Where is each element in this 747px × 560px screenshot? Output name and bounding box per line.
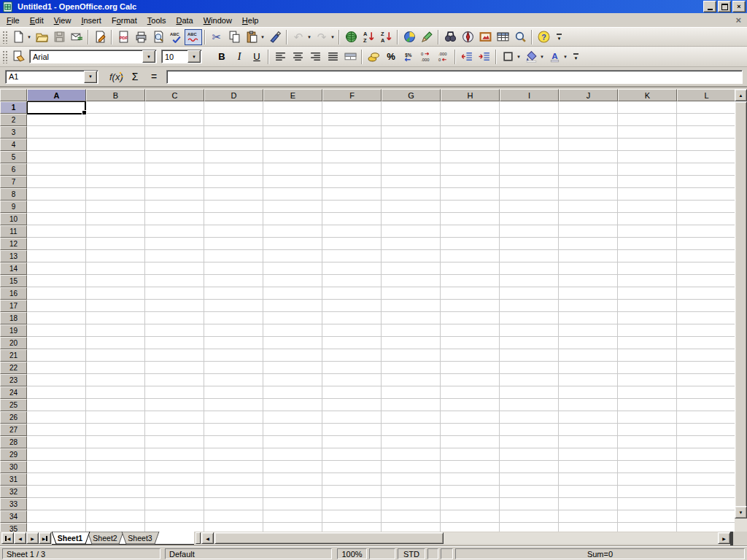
format-paintbrush-button[interactable] — [266, 29, 284, 45]
font-color-button[interactable]: A — [546, 49, 563, 65]
name-box-dropdown[interactable]: ▼ — [84, 71, 97, 83]
row-header-7[interactable]: 7 — [0, 176, 27, 188]
merge-cells-button[interactable] — [341, 49, 359, 65]
row-header-15[interactable]: 15 — [0, 275, 27, 287]
redo-button[interactable]: ↷ — [313, 29, 330, 45]
edit-file-button[interactable] — [91, 29, 109, 45]
show-draw-functions-button[interactable] — [418, 29, 436, 45]
column-header-h[interactable]: H — [441, 89, 500, 101]
row-header-6[interactable]: 6 — [0, 163, 27, 176]
row-header-20[interactable]: 20 — [0, 337, 27, 349]
print-button[interactable] — [132, 29, 150, 45]
horizontal-scrollbar-thumb[interactable] — [214, 532, 444, 544]
minimize-button[interactable] — [703, 1, 716, 12]
row-header-2[interactable]: 2 — [0, 114, 27, 126]
column-header-c[interactable]: C — [145, 89, 204, 101]
menu-window[interactable]: Window — [198, 14, 237, 27]
row-header-26[interactable]: 26 — [0, 411, 27, 424]
font-name-combobox[interactable]: Arial ▼ — [29, 50, 157, 63]
scroll-right-button[interactable]: ▶ — [718, 532, 730, 544]
cell-reference[interactable]: A1 — [6, 72, 84, 81]
undo-button[interactable]: ↶ — [290, 29, 307, 45]
data-sources-button[interactable] — [494, 29, 511, 45]
horizontal-scrollbar-track[interactable] — [444, 532, 718, 544]
row-header-31[interactable]: 31 — [0, 473, 27, 486]
font-name-value[interactable]: Arial — [30, 52, 142, 61]
bold-button[interactable]: B — [213, 49, 231, 65]
tab-sheet3[interactable]: Sheet3 — [122, 532, 159, 544]
tab-sheet1[interactable]: Sheet1 — [52, 532, 90, 544]
row-header-12[interactable]: 12 — [0, 238, 27, 250]
selected-cell-a1[interactable] — [27, 101, 86, 114]
row-header-10[interactable]: 10 — [0, 213, 27, 225]
justified-button[interactable] — [324, 49, 341, 65]
decrease-indent-button[interactable] — [458, 49, 476, 65]
menu-data[interactable]: Data — [171, 14, 198, 27]
vertical-scrollbar-thumb[interactable] — [735, 101, 747, 518]
font-size-combobox[interactable]: 10 ▼ — [161, 50, 202, 63]
scroll-down-button[interactable]: ▼ — [735, 506, 747, 518]
align-center-button[interactable] — [289, 49, 306, 65]
last-sheet-button[interactable]: ▶ — [39, 532, 51, 544]
close-document-icon[interactable]: × — [735, 15, 741, 26]
row-header-17[interactable]: 17 — [0, 300, 27, 312]
row-header-21[interactable]: 21 — [0, 349, 27, 362]
toolbar-options-dropdown[interactable]: ▼ — [573, 53, 578, 61]
increase-indent-button[interactable] — [476, 49, 493, 65]
next-sheet-button[interactable]: ▶ — [26, 532, 39, 544]
function-button[interactable]: = — [144, 69, 163, 85]
row-header-9[interactable]: 9 — [0, 201, 27, 213]
gallery-button[interactable] — [476, 29, 494, 45]
name-box[interactable]: A1 ▼ — [5, 70, 98, 84]
column-header-d[interactable]: D — [204, 89, 263, 101]
font-size-value[interactable]: 10 — [162, 52, 187, 61]
underline-button[interactable]: U — [248, 49, 266, 65]
number-format-currency-button[interactable] — [365, 49, 382, 65]
export-to-pdf-button[interactable]: PDF — [115, 29, 132, 45]
help-button[interactable]: ? — [535, 29, 552, 45]
function-wizard-button[interactable]: f(x) — [107, 69, 125, 85]
column-header-j[interactable]: J — [559, 89, 618, 101]
menu-view[interactable]: View — [49, 14, 77, 27]
row-header-11[interactable]: 11 — [0, 225, 27, 238]
open-button[interactable] — [33, 29, 50, 45]
number-format-standard-button[interactable]: $% — [400, 49, 417, 65]
row-header-19[interactable]: 19 — [0, 324, 27, 337]
borders-button[interactable] — [499, 49, 516, 65]
styles-and-formatting-button[interactable] — [9, 49, 27, 65]
spellcheck-button[interactable]: ABC — [167, 29, 185, 45]
column-header-e[interactable]: E — [263, 89, 322, 101]
toolbar-grip[interactable] — [2, 31, 7, 44]
row-header-14[interactable]: 14 — [0, 262, 27, 275]
cut-button[interactable]: ✂ — [208, 29, 225, 45]
row-header-1[interactable]: 1 — [0, 101, 27, 114]
row-header-32[interactable]: 32 — [0, 486, 27, 498]
menu-edit[interactable]: Edit — [25, 14, 49, 27]
row-header-4[interactable]: 4 — [0, 139, 27, 151]
copy-button[interactable] — [225, 29, 243, 45]
column-header-l[interactable]: L — [677, 89, 735, 101]
navigator-button[interactable] — [459, 29, 476, 45]
hyperlink-button[interactable] — [342, 29, 360, 45]
first-sheet-button[interactable]: ◀ — [1, 532, 14, 544]
font-size-dropdown[interactable]: ▼ — [187, 50, 201, 63]
italic-button[interactable]: I — [231, 49, 248, 65]
select-all-corner[interactable] — [0, 89, 27, 101]
menu-help[interactable]: Help — [237, 14, 264, 27]
menu-tools[interactable]: Tools — [142, 14, 171, 27]
tab-scrollbar-splitter[interactable] — [196, 532, 201, 544]
zoom-button[interactable] — [511, 29, 529, 45]
input-line[interactable] — [166, 70, 743, 84]
row-header-23[interactable]: 23 — [0, 374, 27, 386]
row-header-35[interactable]: 35 — [0, 523, 27, 532]
new-document-button[interactable] — [9, 29, 27, 45]
cells-area[interactable] — [27, 101, 735, 532]
row-header-28[interactable]: 28 — [0, 436, 27, 448]
restore-button[interactable] — [718, 1, 731, 12]
row-header-16[interactable]: 16 — [0, 287, 27, 300]
row-header-5[interactable]: 5 — [0, 151, 27, 163]
toolbar-options-dropdown[interactable]: ▼ — [557, 34, 562, 41]
column-header-i[interactable]: I — [500, 89, 559, 101]
align-right-button[interactable] — [306, 49, 324, 65]
save-button[interactable] — [50, 29, 68, 45]
